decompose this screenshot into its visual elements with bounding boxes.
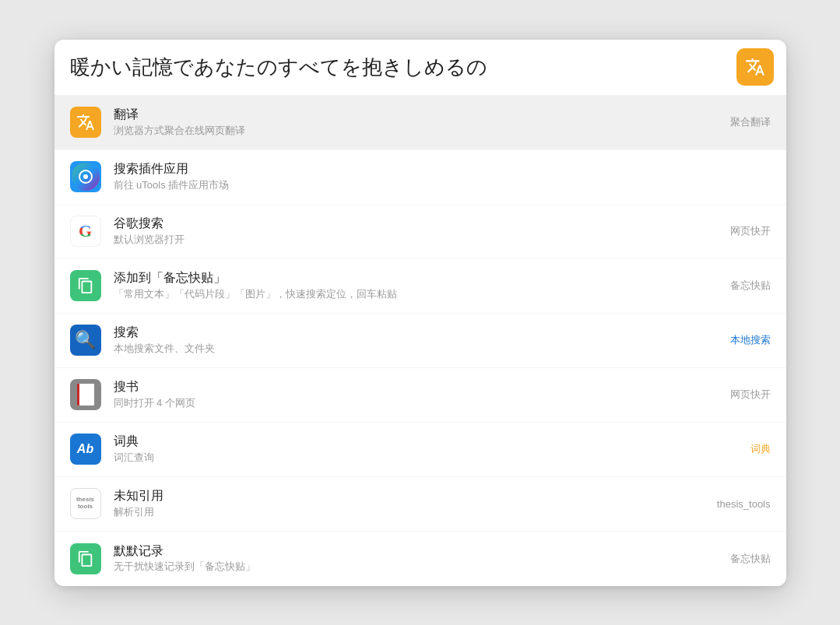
item-text: 翻译 浏览器方式聚合在线网页翻译 [114,107,718,138]
item-text: 词典 词汇查询 [114,434,738,465]
list-item[interactable]: 搜索插件应用 前往 uTools 插件应用市场 [54,150,786,205]
list-item[interactable]: 默默记录 无干扰快速记录到「备忘快贴」 备忘快贴 [54,532,786,586]
item-tag: 聚合翻译 [730,115,771,129]
list-item[interactable]: 🔍 搜索 本地搜索文件、文件夹 本地搜索 [54,314,786,368]
item-subtitle: 词汇查询 [114,451,738,465]
item-title: 词典 [114,434,738,450]
list-item[interactable]: Ab 词典 词汇查询 词典 [54,423,786,477]
item-tag: 网页快开 [730,388,771,402]
list-item[interactable]: thesistools 未知引用 解析引用 thesis_tools [54,477,786,532]
thesis-item-icon: thesistools [70,488,101,519]
launcher-window: 翻译 浏览器方式聚合在线网页翻译 聚合翻译 搜索插件应用 前往 uTools 插… [54,40,786,586]
item-text: 搜索插件应用 前往 uTools 插件应用市场 [114,161,771,192]
dict-item-icon: Ab [70,434,101,465]
item-title: 谷歌搜索 [114,216,718,232]
plugin-item-icon [70,161,101,192]
item-tag: 网页快开 [730,224,771,238]
search-bar [54,40,786,96]
item-text: 谷歌搜索 默认浏览器打开 [114,216,718,247]
item-subtitle: 浏览器方式聚合在线网页翻译 [114,125,718,138]
item-subtitle: 前往 uTools 插件应用市场 [114,179,771,192]
search-local-item-icon: 🔍 [70,325,101,356]
item-subtitle: 同时打开 4 个网页 [114,397,718,410]
item-tag: 词典 [750,442,771,456]
item-text: 搜书 同时打开 4 个网页 [114,379,718,410]
item-tag: thesis_tools [717,498,771,510]
result-list: 翻译 浏览器方式聚合在线网页翻译 聚合翻译 搜索插件应用 前往 uTools 插… [54,96,786,586]
translate-icon [745,57,765,77]
item-title: 默默记录 [114,543,718,560]
item-tag: 备忘快贴 [730,552,771,566]
item-title: 搜书 [114,379,718,395]
item-subtitle: 本地搜索文件、文件夹 [114,342,718,356]
item-subtitle: 解析引用 [114,506,705,519]
book-item-icon [70,379,101,410]
item-tag: 本地搜索 [730,333,771,347]
list-item[interactable]: 搜书 同时打开 4 个网页 网页快开 [54,368,786,423]
clipboard-item-icon [70,270,101,301]
item-text: 未知引用 解析引用 [114,488,705,519]
search-input[interactable] [70,55,727,79]
item-subtitle: 「常用文本」「代码片段」「图片」，快速搜索定位，回车粘贴 [114,288,718,301]
google-item-icon: G [70,216,101,247]
item-title: 翻译 [114,107,718,123]
translate-button[interactable] [736,48,774,86]
item-tag: 备忘快贴 [730,279,771,293]
list-item[interactable]: G 谷歌搜索 默认浏览器打开 网页快开 [54,205,786,259]
item-text: 添加到「备忘快贴」 「常用文本」「代码片段」「图片」，快速搜索定位，回车粘贴 [114,270,718,301]
item-text: 搜索 本地搜索文件、文件夹 [114,325,718,356]
translate-item-icon [70,107,101,138]
item-subtitle: 默认浏览器打开 [114,233,718,247]
item-subtitle: 无干扰快速记录到「备忘快贴」 [114,560,718,574]
item-title: 未知引用 [114,488,705,504]
item-title: 搜索插件应用 [114,161,771,177]
list-item[interactable]: 翻译 浏览器方式聚合在线网页翻译 聚合翻译 [54,96,786,150]
list-item[interactable]: 添加到「备忘快贴」 「常用文本」「代码片段」「图片」，快速搜索定位，回车粘贴 备… [54,259,786,314]
memo-item-icon [70,543,101,574]
item-title: 搜索 [114,325,718,341]
item-title: 添加到「备忘快贴」 [114,270,718,286]
item-text: 默默记录 无干扰快速记录到「备忘快贴」 [114,543,718,574]
